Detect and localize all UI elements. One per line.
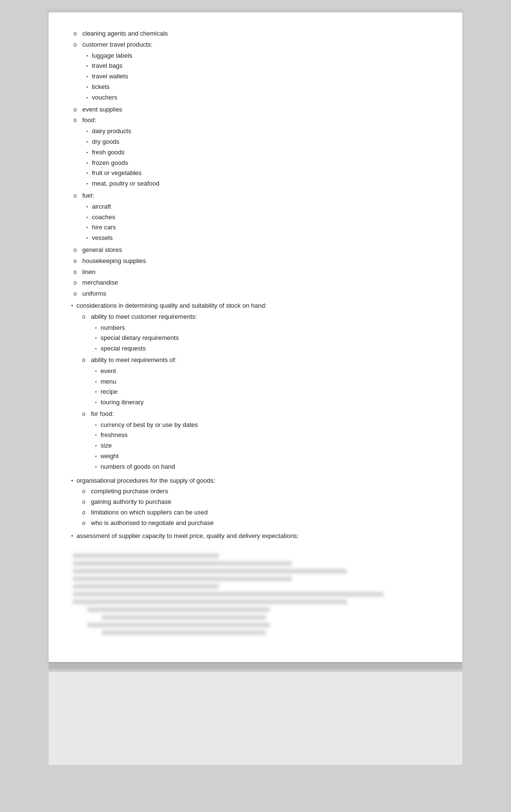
item-text: frozen goods (92, 158, 443, 168)
item-text: travel wallets (92, 72, 443, 82)
item-text: aircraft (92, 202, 443, 212)
item-text: fresh goods (92, 148, 443, 158)
item-text: who is authorised to negotiate and purch… (91, 518, 443, 528)
list-item: o limitations on which suppliers can be … (77, 508, 443, 518)
list-item: ▪ numbers (91, 323, 443, 333)
bullet-o: o (77, 508, 91, 518)
bullet-o: o (68, 256, 82, 266)
document-page: o cleaning agents and chemicals o custom… (49, 10, 462, 662)
item-text: fuel: ▪ aircraft ▪ coaches ▪ hire cars (82, 191, 443, 244)
list-item: ▪ special dietary requirements (91, 333, 443, 343)
list-item: ▪ vessels (82, 233, 443, 243)
item-text: meat, poultry or seafood (92, 179, 443, 189)
item-text: recipe (101, 387, 443, 397)
main-list: o cleaning agents and chemicals o custom… (68, 29, 443, 299)
list-item: o for food: ▪ currency of best by or use… (77, 409, 443, 473)
list-item: o completing purchase orders (77, 487, 443, 497)
sub-list-l3: ▪ currency of best by or use by dates ▪ … (91, 420, 443, 472)
item-text: luggage labels (92, 51, 443, 61)
bullet-section-assessment: • assessment of supplier capacity to mee… (68, 531, 443, 541)
bullet-square: ▪ (82, 233, 92, 243)
list-item: ▪ touring itinerary (91, 398, 443, 408)
item-text: size (101, 441, 443, 451)
bottom-bar (49, 669, 462, 672)
list-item: ▪ coaches (82, 212, 443, 223)
bullet-square: ▪ (82, 202, 92, 212)
blurred-line (73, 553, 219, 558)
item-text: special requests (101, 344, 443, 354)
bullet-square: ▪ (91, 366, 101, 376)
list-item: o event supplies (68, 105, 443, 115)
bullet-square: ▪ (91, 387, 101, 397)
bullet-o: o (68, 245, 82, 255)
list-item: o food: ▪ dairy products ▪ dry goods (68, 115, 443, 190)
list-item: ▪ tickets (82, 82, 443, 92)
list-item: ▪ weight (91, 451, 443, 462)
bullet-square: ▪ (91, 398, 101, 408)
bullet-dot: • (68, 476, 77, 529)
item-text: event (101, 366, 443, 376)
list-item: ▪ event (91, 366, 443, 376)
section-content: assessment of supplier capacity to meet … (77, 531, 443, 541)
blurred-line (73, 600, 347, 604)
bullet-square: ▪ (91, 333, 101, 343)
list-item: ▪ aircraft (82, 202, 443, 212)
list-item: o ability to meet requirements of: ▪ eve… (77, 355, 443, 409)
item-text: completing purchase orders (91, 487, 443, 497)
sub-list: ▪ luggage labels ▪ travel bags ▪ travel … (82, 51, 443, 103)
item-text: cleaning agents and chemicals (82, 29, 443, 39)
list-item: ▪ fruit or vegetables (82, 168, 443, 178)
list-item: ▪ freshness (91, 430, 443, 440)
bullet-o: o (68, 191, 82, 244)
bullet-section-considerations: • considerations in determining quality … (68, 301, 443, 474)
item-text: special dietary requirements (101, 333, 443, 343)
list-item: o housekeeping supplies (68, 256, 443, 266)
section-content: organisational procedures for the supply… (77, 476, 443, 529)
bullet-o: o (77, 497, 91, 507)
bullet-o: o (68, 29, 82, 39)
list-item: ▪ travel wallets (82, 72, 443, 82)
list-item: ▪ size (91, 441, 443, 451)
item-text: housekeeping supplies (82, 256, 443, 266)
list-item: ▪ dry goods (82, 137, 443, 147)
item-text: numbers (101, 323, 443, 333)
blurred-line (73, 561, 292, 566)
bullet-square: ▪ (82, 61, 92, 71)
list-item: ▪ meat, poultry or seafood (82, 179, 443, 189)
list-item: ▪ menu (91, 377, 443, 387)
item-text: customer travel products: ▪ luggage labe… (82, 40, 443, 104)
bullet-o: o (68, 289, 82, 299)
list-item: ▪ hire cars (82, 223, 443, 233)
blurred-line (73, 584, 219, 589)
bullet-square: ▪ (82, 51, 92, 61)
bullet-square: ▪ (82, 212, 92, 223)
item-text: travel bags (92, 61, 443, 71)
bullet-section-org: • organisational procedures for the supp… (68, 476, 443, 529)
item-text: vessels (92, 233, 443, 243)
bullet-square: ▪ (82, 148, 92, 158)
item-text: coaches (92, 212, 443, 223)
bullet-square: ▪ (91, 462, 101, 472)
sub-list-l3: ▪ event ▪ menu ▪ recipe (91, 366, 443, 408)
list-item: ▪ luggage labels (82, 51, 443, 61)
bottom-gray-bar (49, 662, 462, 669)
bullet-square: ▪ (82, 93, 92, 103)
blurred-line (87, 623, 270, 627)
list-item: ▪ fresh goods (82, 148, 443, 158)
list-item: o ability to meet customer requirements:… (77, 312, 443, 355)
bullet-dot: • (68, 531, 77, 541)
list-item: ▪ vouchers (82, 93, 443, 103)
list-item: ▪ travel bags (82, 61, 443, 71)
blurred-line (73, 592, 383, 597)
list-item: ▪ dairy products (82, 126, 443, 137)
bullet-o: o (68, 40, 82, 104)
item-text: vouchers (92, 93, 443, 103)
list-item: o cleaning agents and chemicals (68, 29, 443, 39)
list-item: ▪ numbers of goods on hand (91, 462, 443, 472)
content-area: o cleaning agents and chemicals o custom… (68, 29, 443, 643)
item-text: general stores (82, 245, 443, 255)
item-text: fruit or vegetables (92, 168, 443, 178)
top-bar (49, 10, 462, 12)
bullet-o: o (68, 105, 82, 115)
blurred-content (68, 549, 443, 643)
